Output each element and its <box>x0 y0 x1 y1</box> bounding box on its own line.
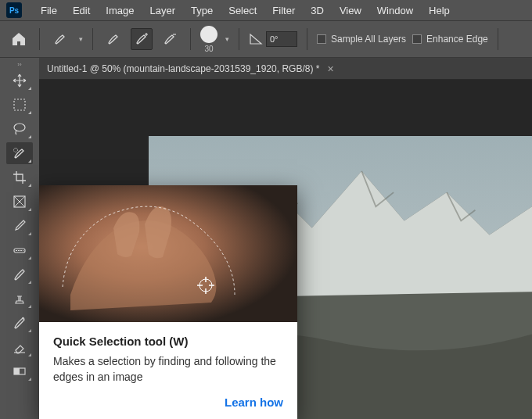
frame-tool[interactable] <box>6 191 33 213</box>
learn-how-link[interactable]: Learn how <box>53 396 283 409</box>
checkbox-icon <box>317 34 326 44</box>
tool-tooltip: Quick Selection tool (W) Makes a selecti… <box>39 185 297 419</box>
lasso-tool[interactable] <box>6 118 33 140</box>
crop-tool[interactable] <box>6 167 33 188</box>
options-bar: ▾ 30 ▾ Sample All Layers Enhance Edge <box>0 20 532 58</box>
tool-preset-picker[interactable] <box>49 28 71 50</box>
enhance-edge-label: Enhance Edge <box>426 34 488 45</box>
sample-all-layers-checkbox[interactable]: Sample All Layers <box>317 34 406 45</box>
menu-window[interactable]: Window <box>369 5 421 16</box>
svg-point-1 <box>14 124 25 131</box>
history-brush-tool[interactable] <box>6 312 33 334</box>
svg-rect-6 <box>14 368 20 374</box>
brush-tool[interactable] <box>6 263 33 285</box>
angle-icon <box>249 32 263 46</box>
menu-type[interactable]: Type <box>183 5 221 16</box>
close-tab-icon[interactable]: × <box>327 63 333 75</box>
tooltip-preview-image <box>39 185 297 322</box>
menu-select[interactable]: Select <box>221 5 264 16</box>
new-selection-icon[interactable] <box>102 28 124 50</box>
tooltip-title: Quick Selection tool (W) <box>53 335 283 348</box>
expand-toolbar-icon[interactable]: ›› <box>0 61 39 67</box>
menu-3d[interactable]: 3D <box>303 5 332 16</box>
subtract-from-selection-icon[interactable] <box>159 28 181 50</box>
menu-file[interactable]: File <box>33 5 65 16</box>
tool-panel: ›› <box>0 58 39 419</box>
tooltip-description: Makes a selection by finding and followi… <box>53 354 283 385</box>
divider <box>190 28 191 50</box>
selection-cursor-icon <box>196 275 216 295</box>
menu-image[interactable]: Image <box>98 5 142 16</box>
healing-brush-tool[interactable] <box>6 239 33 261</box>
quick-selection-tool[interactable] <box>6 142 33 164</box>
angle-control <box>249 31 297 47</box>
divider <box>498 28 498 50</box>
checkbox-icon <box>412 34 422 44</box>
brush-preview[interactable]: 30 <box>200 26 217 53</box>
marquee-tool[interactable] <box>6 94 33 116</box>
move-tool[interactable] <box>6 70 33 91</box>
brush-size-label: 30 <box>204 45 213 53</box>
menu-bar: Ps File Edit Image Layer Type Select Fil… <box>0 0 532 20</box>
gradient-tool[interactable] <box>6 360 33 382</box>
menu-view[interactable]: View <box>332 5 369 16</box>
chevron-down-icon[interactable]: ▾ <box>79 35 83 43</box>
svg-point-2 <box>14 149 18 152</box>
chevron-down-icon[interactable]: ▾ <box>225 35 229 43</box>
home-icon[interactable] <box>8 28 30 50</box>
enhance-edge-checkbox[interactable]: Enhance Edge <box>412 34 488 45</box>
divider <box>92 28 93 50</box>
angle-input[interactable] <box>266 31 297 47</box>
add-to-selection-icon[interactable] <box>131 28 153 50</box>
app-logo: Ps <box>6 2 22 18</box>
brush-circle-icon <box>200 26 217 43</box>
menu-filter[interactable]: Filter <box>264 5 303 16</box>
document-tab-bar: Untitled-1 @ 50% (mountain-landscape-203… <box>39 58 532 80</box>
divider <box>307 28 307 50</box>
clone-stamp-tool[interactable] <box>6 288 33 310</box>
divider <box>39 28 40 50</box>
document-tab-title[interactable]: Untitled-1 @ 50% (mountain-landscape-203… <box>47 63 319 74</box>
menu-help[interactable]: Help <box>421 5 458 16</box>
eyedropper-tool[interactable] <box>6 215 33 237</box>
menu-layer[interactable]: Layer <box>142 5 184 16</box>
divider <box>239 28 239 50</box>
eraser-tool[interactable] <box>6 336 33 358</box>
sample-all-layers-label: Sample All Layers <box>331 34 406 45</box>
svg-rect-0 <box>14 99 25 110</box>
menu-edit[interactable]: Edit <box>65 5 98 16</box>
